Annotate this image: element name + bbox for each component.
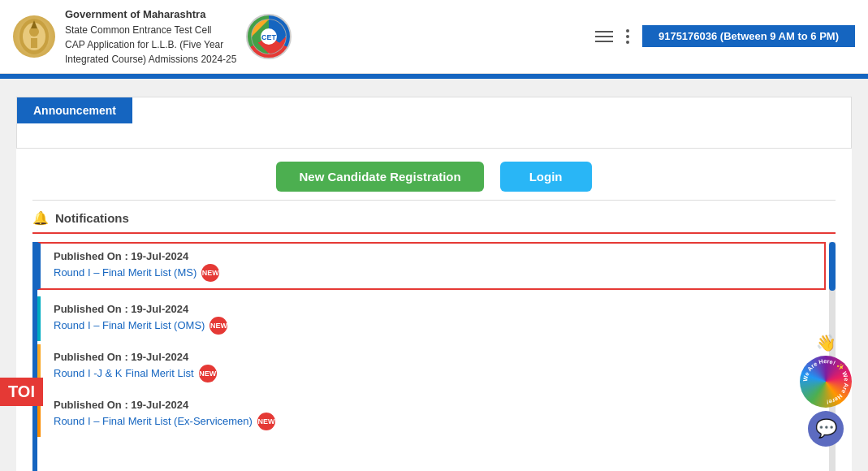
svg-rect-3 xyxy=(31,38,37,48)
svg-text:We Are Here! ✨ We Are Here!: We Are Here! ✨ We Are Here! xyxy=(803,357,849,406)
cet-logo: CET xyxy=(246,14,291,59)
announcement-area: Announcement xyxy=(16,97,852,149)
announcement-content xyxy=(17,123,851,148)
hand-icon: 👋 xyxy=(816,333,836,352)
notification-item: Published On : 19-Jul-2024 Round I – Fin… xyxy=(37,392,826,437)
we-are-here-text: We Are Here! ✨ We Are Here! xyxy=(800,356,852,408)
notification-link-text: Round I – Final Merit List (MS) xyxy=(54,266,196,279)
new-badge: NEW xyxy=(209,317,227,335)
more-options-icon[interactable] xyxy=(626,29,629,44)
new-badge: NEW xyxy=(257,413,275,430)
phone-number: 9175176036 (Between 9 AM to 6 PM) xyxy=(659,30,839,42)
notifications-section: 🔔 Notifications Published On : 19-Jul-20… xyxy=(16,201,852,472)
notification-item: Published On : 19-Jul-2024 Round I – Fin… xyxy=(37,296,826,341)
notification-item: Published On : 19-Jul-2024 Round I – Fin… xyxy=(37,242,826,290)
login-button-label: Login xyxy=(529,170,563,184)
site-header: Government of Maharashtra State Common E… xyxy=(0,0,868,74)
notification-date: Published On : 19-Jul-2024 xyxy=(54,399,813,411)
spacer xyxy=(0,79,868,89)
svg-text:CET: CET xyxy=(261,33,277,41)
notifications-title: Notifications xyxy=(55,211,129,225)
new-badge: NEW xyxy=(201,264,219,282)
content-wrapper: Announcement New Candidate Registration … xyxy=(16,97,852,472)
toi-label: TOI xyxy=(8,382,35,400)
notification-date: Published On : 19-Jul-2024 xyxy=(54,351,813,363)
notification-link-text: Round I – Final Merit List (OMS) xyxy=(54,319,205,331)
register-button-label: New Candidate Registration xyxy=(299,170,460,184)
notification-link[interactable]: Round I – Final Merit List (MS) NEW xyxy=(54,264,811,282)
notifications-list: Published On : 19-Jul-2024 Round I – Fin… xyxy=(32,234,836,472)
announcement-tab[interactable]: Announcement xyxy=(17,97,132,123)
notification-link-text: Round I – Final Merit List (Ex-Serviceme… xyxy=(54,415,253,427)
hamburger-icon[interactable] xyxy=(595,31,613,42)
notification-date: Published On : 19-Jul-2024 xyxy=(54,303,813,315)
header-right: 9175176036 (Between 9 AM to 6 PM) xyxy=(595,25,855,47)
notifications-items: Published On : 19-Jul-2024 Round I – Fin… xyxy=(37,242,826,472)
org-line3: CAP Application for L.L.B. (Five Year xyxy=(65,37,236,52)
chat-bubble-button[interactable]: 💬 xyxy=(808,411,844,447)
notification-link-text: Round I -J & K Final Merit List xyxy=(54,367,194,379)
notification-link[interactable]: Round I – Final Merit List (OMS) NEW xyxy=(54,317,813,335)
notification-link[interactable]: Round I – Final Merit List (Ex-Serviceme… xyxy=(54,413,813,430)
new-candidate-registration-button[interactable]: New Candidate Registration xyxy=(276,162,483,192)
announcement-tab-label: Announcement xyxy=(33,104,116,117)
header-left: Government of Maharashtra State Common E… xyxy=(13,6,291,67)
new-badge: NEW xyxy=(199,365,217,382)
maharashtra-emblem xyxy=(13,15,55,58)
org-line4: Integrated Course) Admissions 2024-25 xyxy=(65,52,236,67)
login-button[interactable]: Login xyxy=(500,162,592,192)
bell-icon: 🔔 xyxy=(32,210,49,226)
notification-link[interactable]: Round I -J & K Final Merit List NEW xyxy=(54,365,813,382)
chat-icon: 💬 xyxy=(815,418,837,439)
header-text: Government of Maharashtra State Common E… xyxy=(65,6,236,67)
org-line2: State Common Entrance Test Cell xyxy=(65,23,236,37)
phone-banner: 9175176036 (Between 9 AM to 6 PM) xyxy=(642,25,855,47)
we-are-here-widget[interactable]: 👋 We Are Here! ✨ We Are Here! 💬 xyxy=(800,333,852,447)
org-line1: Government of Maharashtra xyxy=(65,6,236,23)
buttons-row: New Candidate Registration Login xyxy=(16,149,852,200)
toi-badge[interactable]: TOI xyxy=(0,378,43,406)
notification-date: Published On : 19-Jul-2024 xyxy=(54,250,811,262)
main-container: Government of Maharashtra State Common E… xyxy=(0,0,868,471)
notifications-header: 🔔 Notifications xyxy=(32,210,836,232)
scrollbar-thumb[interactable] xyxy=(829,242,836,291)
notification-item: Published On : 19-Jul-2024 Round I -J & … xyxy=(37,344,826,389)
